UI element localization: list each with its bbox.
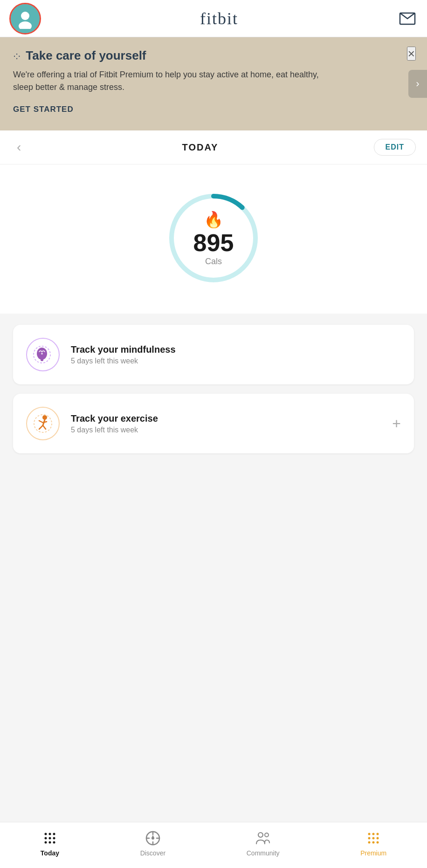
banner-cta-button[interactable]: GET STARTED	[13, 105, 74, 114]
mindfulness-card-subtitle: 5 days left this week	[71, 357, 401, 365]
mindfulness-card-title: Track your mindfulness	[71, 344, 401, 355]
nav-today-label: Today	[41, 849, 59, 857]
svg-point-28	[368, 833, 371, 835]
nav-premium[interactable]: Premium	[355, 830, 392, 857]
svg-point-11	[44, 833, 47, 835]
calorie-ring-section: 🔥 895 Cals	[0, 164, 427, 314]
date-navigation: ‹ TODAY EDIT	[0, 130, 427, 164]
flame-icon: 🔥	[193, 210, 234, 229]
calorie-value: 895	[193, 231, 234, 255]
svg-point-13	[53, 833, 55, 835]
svg-point-36	[377, 841, 379, 844]
svg-point-27	[265, 833, 269, 837]
svg-point-19	[53, 841, 55, 844]
bottom-navigation: Today Discover Community	[0, 822, 427, 868]
discover-nav-icon	[145, 830, 161, 847]
svg-rect-7	[41, 359, 43, 361]
premium-banner: ·:· Take care of yourself × We're offeri…	[0, 37, 427, 130]
svg-point-6	[41, 353, 43, 355]
app-title: fitbit	[200, 9, 238, 28]
svg-point-9	[42, 415, 47, 420]
exercise-card-subtitle: 5 days left this week	[71, 426, 381, 434]
exercise-add-button[interactable]: +	[392, 415, 401, 432]
nav-discover-label: Discover	[140, 849, 165, 857]
banner-title: Take care of yourself	[26, 48, 146, 63]
banner-next-chevron[interactable]: ›	[408, 70, 427, 98]
svg-point-0	[21, 12, 29, 20]
nav-discover[interactable]: Discover	[135, 830, 171, 857]
banner-close-button[interactable]: ×	[407, 47, 416, 61]
svg-point-34	[368, 841, 371, 844]
svg-point-35	[372, 841, 375, 844]
svg-point-30	[377, 833, 379, 835]
banner-body-text: We're offering a trial of Fitbit Premium…	[13, 68, 339, 94]
nav-community[interactable]: Community	[241, 830, 285, 857]
inbox-icon[interactable]	[397, 8, 418, 29]
svg-point-29	[372, 833, 375, 835]
tracking-cards: Track your mindfulness 5 days left this …	[0, 314, 427, 465]
calorie-ring[interactable]: 🔥 895 Cals	[162, 187, 265, 289]
exercise-card-title: Track your exercise	[71, 413, 381, 424]
svg-point-1	[19, 21, 32, 29]
svg-point-16	[53, 837, 55, 840]
svg-point-26	[258, 833, 263, 837]
calorie-unit-label: Cals	[193, 257, 234, 267]
svg-point-33	[377, 837, 379, 840]
svg-point-15	[48, 837, 51, 840]
app-header: fitbit	[0, 0, 427, 37]
avatar[interactable]	[9, 3, 41, 34]
nav-community-label: Community	[247, 849, 280, 857]
today-label: TODAY	[182, 142, 219, 153]
exercise-icon-wrap	[26, 407, 60, 440]
svg-point-31	[368, 837, 371, 840]
svg-point-14	[44, 837, 47, 840]
svg-point-32	[372, 837, 375, 840]
svg-point-12	[48, 833, 51, 835]
edit-button[interactable]: EDIT	[374, 139, 416, 156]
nav-premium-label: Premium	[360, 849, 386, 857]
back-arrow-button[interactable]: ‹	[11, 138, 27, 157]
mindfulness-icon-wrap	[26, 338, 60, 371]
community-nav-icon	[255, 830, 271, 847]
svg-point-18	[48, 841, 51, 844]
nav-today[interactable]: Today	[35, 830, 65, 857]
premium-nav-icon	[365, 830, 382, 847]
svg-point-17	[44, 841, 47, 844]
fitbit-dots-icon: ·:·	[13, 50, 20, 62]
today-nav-icon	[41, 830, 58, 847]
mindfulness-card[interactable]: Track your mindfulness 5 days left this …	[13, 325, 414, 384]
exercise-card[interactable]: Track your exercise 5 days left this wee…	[13, 394, 414, 453]
